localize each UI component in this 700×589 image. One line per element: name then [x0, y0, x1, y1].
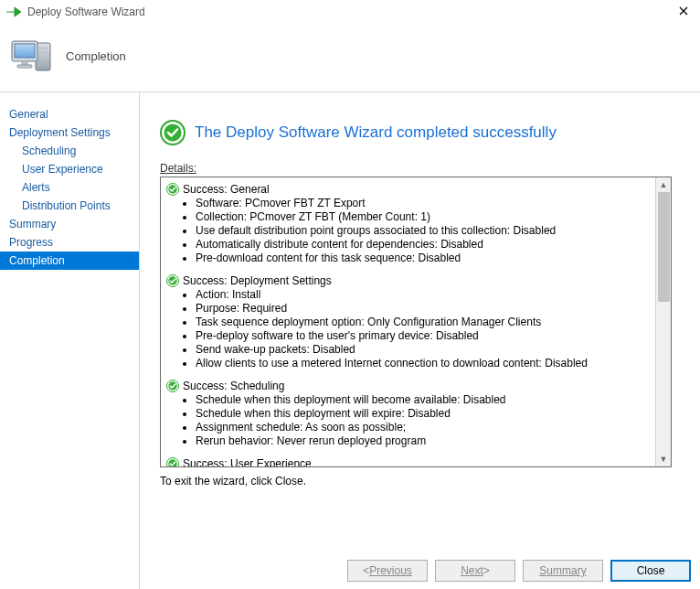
details-item: Use default distribution point groups as… [196, 224, 652, 238]
nav-item-deployment-settings[interactable]: Deployment Settings [0, 123, 139, 142]
scroll-down-button[interactable]: ▼ [656, 452, 671, 466]
details-section-list: Schedule when this deployment will becom… [196, 393, 652, 448]
details-item: Allow clients to use a metered Internet … [196, 357, 652, 370]
scroll-track[interactable] [657, 192, 671, 452]
svg-point-8 [164, 124, 182, 142]
details-item: Task sequence deployment option: Only Co… [196, 316, 652, 329]
previous-button: < Previous [347, 560, 428, 582]
close-button[interactable]: Close [610, 560, 691, 582]
details-item: Action: Install [196, 288, 652, 302]
details-section-head: Success: Deployment Settings [166, 274, 652, 287]
svg-rect-6 [17, 65, 32, 68]
details-section-title: Success: Scheduling [183, 380, 284, 392]
previous-button-label: Previous [369, 564, 412, 577]
svg-rect-5 [21, 61, 28, 65]
success-check-icon [166, 183, 179, 196]
window-close-button[interactable] [674, 2, 693, 20]
wizard-header: Completion [0, 24, 700, 91]
next-button: Next > [435, 560, 515, 582]
nav-item-distribution-points[interactable]: Distribution Points [0, 197, 139, 215]
details-section-list: Software: PCmover FBT ZT ExportCollectio… [196, 197, 652, 265]
nav-item-scheduling[interactable]: Scheduling [0, 142, 139, 160]
details-item: Pre-deploy software to the user's primar… [196, 329, 652, 343]
details-item: Rerun behavior: Never rerun deployed pro… [196, 434, 652, 448]
svg-rect-4 [15, 44, 35, 58]
details-section-head: Success: Scheduling [166, 380, 652, 392]
details-item: Schedule when this deployment will becom… [196, 393, 652, 407]
scroll-thumb[interactable] [658, 192, 670, 302]
details-item: Assignment schedule: As soon as possible… [196, 421, 652, 434]
wizard-buttons: < Previous Next > Summary Close [347, 560, 691, 582]
details-section-title: Success: General [183, 183, 270, 196]
computer-icon [9, 34, 57, 78]
svg-rect-1 [38, 47, 48, 49]
details-item: Schedule when this deployment will expir… [196, 407, 652, 421]
summary-button: Summary [523, 560, 603, 582]
details-item: Pre-download content for this task seque… [196, 252, 652, 265]
details-item: Automatically distribute content for dep… [196, 238, 652, 252]
details-item: Purpose: Required [196, 302, 652, 316]
close-button-label: Close [637, 564, 665, 577]
details-section-title: Success: Deployment Settings [183, 274, 332, 287]
details-label: Details: [160, 162, 680, 175]
scroll-up-button[interactable]: ▲ [656, 177, 671, 192]
details-item: Send wake-up packets: Disabled [196, 343, 652, 357]
svg-rect-2 [38, 51, 48, 54]
window-title: Deploy Software Wizard [27, 5, 145, 18]
details-section-list: Action: InstallPurpose: RequiredTask seq… [196, 288, 652, 370]
details-item: Collection: PCmover ZT FBT (Member Count… [196, 210, 652, 224]
page-heading: Completion [66, 49, 126, 63]
details-section-head: Success: User Experience [166, 457, 652, 466]
details-section: Success: User Experience [166, 457, 652, 466]
nav-item-summary[interactable]: Summary [0, 215, 139, 233]
success-check-icon [160, 120, 186, 145]
success-message: The Deploy Software Wizard completed suc… [195, 123, 557, 142]
success-check-icon [166, 274, 179, 287]
details-scrollbar[interactable]: ▲ ▼ [655, 177, 671, 466]
success-check-icon [166, 380, 179, 392]
nav-item-alerts[interactable]: Alerts [0, 178, 139, 197]
nav-item-user-experience[interactable]: User Experience [0, 160, 139, 178]
success-check-icon [166, 457, 179, 466]
summary-button-label: Summary [539, 564, 586, 577]
details-box: Success: GeneralSoftware: PCmover FBT ZT… [160, 177, 672, 467]
wizard-content: The Deploy Software Wizard completed suc… [140, 91, 700, 589]
details-section: Success: SchedulingSchedule when this de… [166, 380, 652, 448]
title-bar: Deploy Software Wizard [0, 0, 700, 24]
details-section-head: Success: General [166, 183, 652, 196]
details-section: Success: GeneralSoftware: PCmover FBT ZT… [166, 183, 652, 265]
nav-item-general[interactable]: General [0, 105, 139, 123]
details-item: Software: PCmover FBT ZT Export [196, 197, 652, 210]
nav-item-completion[interactable]: Completion [0, 252, 139, 270]
deploy-arrow-icon [5, 5, 22, 18]
details-section: Success: Deployment SettingsAction: Inst… [166, 274, 652, 370]
wizard-nav: GeneralDeployment SettingsSchedulingUser… [0, 91, 140, 589]
next-button-label: Next [461, 564, 483, 577]
details-section-title: Success: User Experience [183, 457, 312, 466]
exit-note: To exit the wizard, click Close. [160, 475, 680, 487]
nav-item-progress[interactable]: Progress [0, 233, 139, 252]
